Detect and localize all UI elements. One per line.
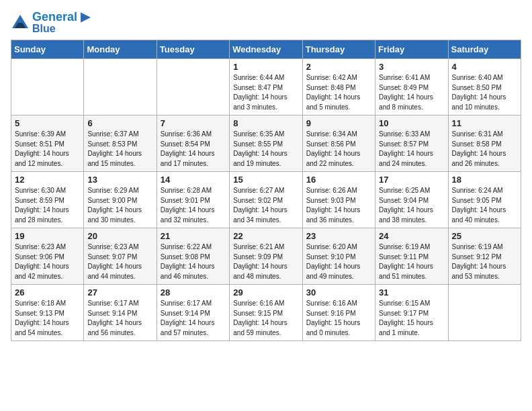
cell-info: Sunrise: 6:39 AMSunset: 8:51 PMDaylight:…	[15, 130, 80, 169]
cell-info: Sunrise: 6:17 AMSunset: 9:14 PMDaylight:…	[87, 299, 152, 338]
day-number: 6	[87, 118, 152, 128]
calendar-cell: 6Sunrise: 6:37 AMSunset: 8:53 PMDaylight…	[84, 116, 157, 172]
cell-info: Sunrise: 6:25 AMSunset: 9:04 PMDaylight:…	[379, 186, 444, 225]
page: General ▶ Blue SundayMondayTuesdayWednes…	[0, 0, 532, 352]
calendar-cell	[448, 285, 521, 341]
cell-info: Sunrise: 6:40 AMSunset: 8:50 PMDaylight:…	[452, 73, 517, 112]
calendar-cell: 15Sunrise: 6:27 AMSunset: 9:02 PMDayligh…	[230, 172, 302, 228]
logo-icon	[11, 13, 30, 32]
cell-info: Sunrise: 6:35 AMSunset: 8:55 PMDaylight:…	[233, 130, 298, 169]
calendar-cell	[157, 59, 229, 116]
day-number: 31	[379, 287, 444, 298]
weekday-header-monday: Monday	[84, 40, 157, 59]
cell-info: Sunrise: 6:16 AMSunset: 9:15 PMDaylight:…	[233, 299, 298, 338]
calendar-cell: 5Sunrise: 6:39 AMSunset: 8:51 PMDaylight…	[11, 116, 84, 172]
day-number: 1	[233, 62, 298, 72]
day-number: 3	[379, 62, 444, 72]
calendar-cell: 30Sunrise: 6:16 AMSunset: 9:16 PMDayligh…	[302, 285, 375, 341]
calendar-cell: 12Sunrise: 6:30 AMSunset: 8:59 PMDayligh…	[11, 172, 84, 228]
calendar-cell: 23Sunrise: 6:20 AMSunset: 9:10 PMDayligh…	[302, 228, 375, 285]
cell-info: Sunrise: 6:41 AMSunset: 8:49 PMDaylight:…	[379, 73, 444, 112]
calendar-cell: 4Sunrise: 6:40 AMSunset: 8:50 PMDaylight…	[448, 59, 521, 116]
day-number: 22	[233, 231, 298, 241]
week-row-1: 1Sunrise: 6:44 AMSunset: 8:47 PMDaylight…	[11, 59, 521, 116]
header: General ▶ Blue	[11, 11, 521, 34]
day-number: 4	[452, 62, 517, 72]
day-number: 19	[15, 231, 80, 241]
day-number: 11	[452, 118, 517, 128]
day-number: 15	[233, 175, 298, 185]
calendar-cell: 19Sunrise: 6:23 AMSunset: 9:06 PMDayligh…	[11, 228, 84, 285]
day-number: 26	[15, 287, 80, 298]
cell-info: Sunrise: 6:18 AMSunset: 9:13 PMDaylight:…	[15, 299, 80, 338]
calendar-cell: 7Sunrise: 6:36 AMSunset: 8:54 PMDaylight…	[157, 116, 229, 172]
weekday-header-tuesday: Tuesday	[157, 40, 229, 59]
logo-blue-word: Blue	[32, 23, 90, 35]
cell-info: Sunrise: 6:37 AMSunset: 8:53 PMDaylight:…	[87, 130, 152, 169]
calendar: SundayMondayTuesdayWednesdayThursdayFrid…	[11, 40, 521, 341]
calendar-cell: 3Sunrise: 6:41 AMSunset: 8:49 PMDaylight…	[375, 59, 448, 116]
day-number: 12	[15, 175, 80, 185]
cell-info: Sunrise: 6:44 AMSunset: 8:47 PMDaylight:…	[233, 73, 298, 112]
day-number: 30	[306, 287, 371, 298]
cell-info: Sunrise: 6:42 AMSunset: 8:48 PMDaylight:…	[306, 73, 371, 112]
calendar-cell: 2Sunrise: 6:42 AMSunset: 8:48 PMDaylight…	[302, 59, 375, 116]
calendar-cell: 16Sunrise: 6:26 AMSunset: 9:03 PMDayligh…	[302, 172, 375, 228]
cell-info: Sunrise: 6:30 AMSunset: 8:59 PMDaylight:…	[15, 186, 80, 225]
day-number: 10	[379, 118, 444, 128]
day-number: 17	[379, 175, 444, 185]
calendar-cell: 31Sunrise: 6:15 AMSunset: 9:17 PMDayligh…	[375, 285, 448, 341]
weekday-header-wednesday: Wednesday	[230, 40, 302, 59]
calendar-cell: 24Sunrise: 6:19 AMSunset: 9:11 PMDayligh…	[375, 228, 448, 285]
cell-info: Sunrise: 6:24 AMSunset: 9:05 PMDaylight:…	[452, 186, 517, 225]
day-number: 2	[306, 62, 371, 72]
calendar-cell: 9Sunrise: 6:34 AMSunset: 8:56 PMDaylight…	[302, 116, 375, 172]
cell-info: Sunrise: 6:36 AMSunset: 8:54 PMDaylight:…	[161, 130, 226, 169]
week-row-5: 26Sunrise: 6:18 AMSunset: 9:13 PMDayligh…	[11, 285, 521, 341]
week-row-4: 19Sunrise: 6:23 AMSunset: 9:06 PMDayligh…	[11, 228, 521, 285]
cell-info: Sunrise: 6:19 AMSunset: 9:11 PMDaylight:…	[379, 242, 444, 281]
calendar-cell: 26Sunrise: 6:18 AMSunset: 9:13 PMDayligh…	[11, 285, 84, 341]
day-number: 7	[161, 118, 226, 128]
day-number: 24	[379, 231, 444, 241]
day-number: 21	[161, 231, 226, 241]
calendar-cell: 17Sunrise: 6:25 AMSunset: 9:04 PMDayligh…	[375, 172, 448, 228]
cell-info: Sunrise: 6:20 AMSunset: 9:10 PMDaylight:…	[306, 242, 371, 281]
calendar-cell: 18Sunrise: 6:24 AMSunset: 9:05 PMDayligh…	[448, 172, 521, 228]
day-number: 20	[87, 231, 152, 241]
logo: General ▶ Blue	[11, 11, 90, 34]
day-number: 29	[233, 287, 298, 298]
calendar-cell: 10Sunrise: 6:33 AMSunset: 8:57 PMDayligh…	[375, 116, 448, 172]
calendar-cell: 22Sunrise: 6:21 AMSunset: 9:09 PMDayligh…	[230, 228, 302, 285]
calendar-cell: 29Sunrise: 6:16 AMSunset: 9:15 PMDayligh…	[230, 285, 302, 341]
day-number: 9	[306, 118, 371, 128]
cell-info: Sunrise: 6:21 AMSunset: 9:09 PMDaylight:…	[233, 242, 298, 281]
cell-info: Sunrise: 6:28 AMSunset: 9:01 PMDaylight:…	[161, 186, 226, 225]
cell-info: Sunrise: 6:19 AMSunset: 9:12 PMDaylight:…	[452, 242, 517, 281]
calendar-cell: 1Sunrise: 6:44 AMSunset: 8:47 PMDaylight…	[230, 59, 302, 116]
weekday-header-thursday: Thursday	[302, 40, 375, 59]
calendar-cell: 8Sunrise: 6:35 AMSunset: 8:55 PMDaylight…	[230, 116, 302, 172]
day-number: 8	[233, 118, 298, 128]
logo-blue: ▶	[77, 10, 90, 24]
calendar-cell	[11, 59, 84, 116]
cell-info: Sunrise: 6:23 AMSunset: 9:07 PMDaylight:…	[87, 242, 152, 281]
calendar-cell: 21Sunrise: 6:22 AMSunset: 9:08 PMDayligh…	[157, 228, 229, 285]
weekday-header-row: SundayMondayTuesdayWednesdayThursdayFrid…	[11, 40, 521, 59]
cell-info: Sunrise: 6:16 AMSunset: 9:16 PMDaylight:…	[306, 299, 371, 338]
weekday-header-friday: Friday	[375, 40, 448, 59]
day-number: 27	[87, 287, 152, 298]
cell-info: Sunrise: 6:33 AMSunset: 8:57 PMDaylight:…	[379, 130, 444, 169]
weekday-header-sunday: Sunday	[11, 40, 84, 59]
cell-info: Sunrise: 6:22 AMSunset: 9:08 PMDaylight:…	[161, 242, 226, 281]
day-number: 25	[452, 231, 517, 241]
cell-info: Sunrise: 6:27 AMSunset: 9:02 PMDaylight:…	[233, 186, 298, 225]
cell-info: Sunrise: 6:23 AMSunset: 9:06 PMDaylight:…	[15, 242, 80, 281]
day-number: 16	[306, 175, 371, 185]
cell-info: Sunrise: 6:17 AMSunset: 9:14 PMDaylight:…	[161, 299, 226, 338]
day-number: 28	[161, 287, 226, 298]
week-row-3: 12Sunrise: 6:30 AMSunset: 8:59 PMDayligh…	[11, 172, 521, 228]
calendar-cell: 20Sunrise: 6:23 AMSunset: 9:07 PMDayligh…	[84, 228, 157, 285]
cell-info: Sunrise: 6:15 AMSunset: 9:17 PMDaylight:…	[379, 299, 444, 338]
day-number: 14	[161, 175, 226, 185]
